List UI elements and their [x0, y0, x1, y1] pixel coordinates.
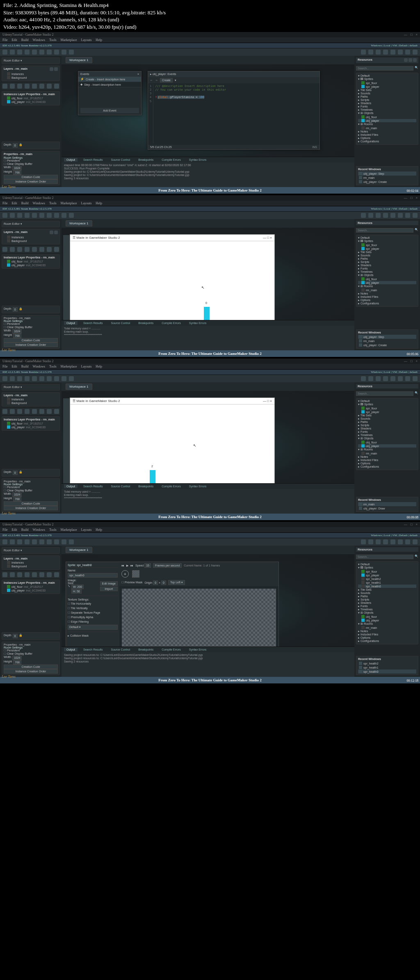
- sprite-canvas[interactable]: [122, 589, 276, 646]
- screenshot-1: UdemyTutorial - GameMaker Studio 2 —□× F…: [0, 32, 420, 194]
- event-create[interactable]: ⚡Create - Insert description here: [78, 77, 141, 82]
- game-titlebar: ☰ Made in GameMaker Studio 2 — □ ×: [70, 235, 274, 241]
- inst-row-floor[interactable]: obj_floor inst_2F1B2517: [4, 96, 58, 100]
- layer-instances[interactable]: Instances: [4, 72, 58, 75]
- game-preview-window: ☰ Made in GameMaker Studio 2 — □ × 0 ↖: [70, 234, 275, 320]
- room-editor-dropdown[interactable]: Room Editor ▾: [2, 57, 60, 64]
- menu-bar[interactable]: FileEditBuildWindowsToolsMarketplaceLayo…: [0, 37, 420, 43]
- properties-panel: Properties - rm_main Room Settings Persi…: [2, 151, 60, 185]
- workspace-tabs[interactable]: Workspace 1: [62, 56, 354, 64]
- resources-panel: Resources 🔍 ▾ Default ▾ 🖼 Sprites spr_fl…: [354, 56, 420, 187]
- version-bar: IDE v2.2.5.481 Steam Runtime v2.2.5.378W…: [0, 43, 420, 48]
- import-button[interactable]: Import: [100, 587, 118, 591]
- code-editor: ▸ obj_player: Events ←→Create▾ 12345 ///…: [148, 71, 320, 150]
- screenshot-4: UdemyTutorial - GameMaker Studio 2—□× Fi…: [0, 522, 420, 683]
- main-toolbar[interactable]: [0, 48, 420, 56]
- center-area: Workspace 1 Events× ⚡Create - Insert des…: [62, 56, 354, 187]
- inst-row-player[interactable]: obj_player inst_6C394E00: [4, 100, 58, 103]
- creation-code-button[interactable]: Creation Code: [4, 175, 58, 179]
- frame-thumbnail[interactable]: [132, 570, 139, 578]
- lock-icon[interactable]: 🔒: [19, 143, 23, 148]
- edit-image-button[interactable]: Edit Image: [100, 581, 118, 586]
- instance-order-button[interactable]: Instance Creation Order: [4, 179, 58, 184]
- output-panel: OutputSearch ResultsSource ControlBreakp…: [62, 157, 354, 187]
- origin-dropdown[interactable]: Top Left ▾: [168, 580, 185, 585]
- left-panel: Room Editor ▾ Layers - rm_main Instances…: [0, 56, 62, 187]
- sprite-editor-title: Sprite: spr_health0: [68, 564, 92, 567]
- texture-group-dropdown[interactable]: Default ▾: [68, 625, 118, 630]
- sprite-editor: Sprite: spr_health0 Name: spr_health0 Im…: [66, 562, 279, 646]
- workspace[interactable]: Events× ⚡Create - Insert description her…: [62, 64, 354, 157]
- output-tabs[interactable]: OutputSearch ResultsSource ControlBreakp…: [62, 157, 354, 162]
- layer-background[interactable]: Background: [4, 76, 58, 79]
- sprite-name-field[interactable]: spr_health0: [68, 573, 118, 578]
- timestamp: 00:02:04: [407, 189, 418, 193]
- instances-layer-props: Instances Layer Properties - rm_main obj…: [2, 91, 60, 105]
- resources-search[interactable]: [356, 66, 413, 71]
- code-text[interactable]: 12345 /// @description Insert descriptio…: [148, 83, 320, 145]
- events-window: Events× ⚡Create - Insert description her…: [78, 71, 142, 115]
- event-step[interactable]: ◆Step - Insert description here: [78, 82, 141, 87]
- cursor-status: 5/5 Col:25 Ch:25: [150, 146, 172, 148]
- window-titlebar: UdemyTutorial - GameMaker Studio 2 —□×: [0, 32, 420, 37]
- layers-panel: Layers - rm_main Instances Background: [2, 66, 60, 81]
- add-frame-button[interactable]: +: [121, 570, 129, 578]
- layer-toolbar[interactable]: [2, 83, 60, 89]
- watermark: Lee Tams: [2, 185, 16, 189]
- app-title: UdemyTutorial - GameMaker Studio 2: [2, 33, 54, 37]
- player-stamina-label: 0: [205, 302, 207, 304]
- screenshot-3: UdemyTutorial - GameMaker Studio 2—□× Fi…: [0, 359, 420, 520]
- depth-row: Depth 0 🔒: [2, 142, 60, 149]
- course-footer: From Zero To Hero: The Ultimate Guide to…: [0, 187, 420, 194]
- screenshot-2: UdemyTutorial - GameMaker Studio 2—□× Fi…: [0, 195, 420, 357]
- event-tab-create[interactable]: Create: [160, 78, 173, 82]
- media-info: File: 2. Adding Sprinting, Stamina & Hea…: [0, 0, 420, 32]
- add-event-button[interactable]: Add Event: [80, 108, 139, 113]
- close-icon[interactable]: ×: [137, 73, 139, 75]
- window-controls[interactable]: — □ ×: [263, 236, 272, 240]
- window-controls[interactable]: —□×: [404, 33, 418, 37]
- recent-windows: Recent Windows obj_player: Step rm_main …: [356, 166, 418, 185]
